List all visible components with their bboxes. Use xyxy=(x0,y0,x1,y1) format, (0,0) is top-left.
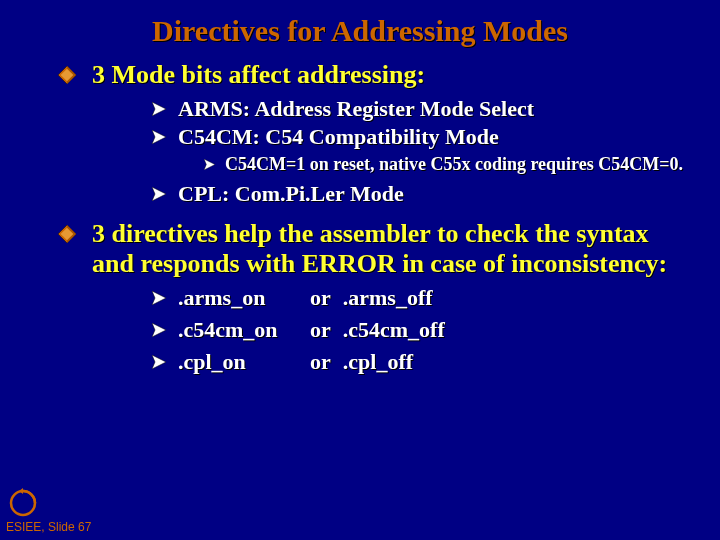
directive-row: .cpl_on or .cpl_off xyxy=(178,349,413,375)
directive-row: .arms_on or .arms_off xyxy=(178,285,433,311)
svg-marker-5 xyxy=(204,159,215,170)
bullet-l2: C54CM: C54 Compatibility Mode xyxy=(152,124,690,150)
directive-on: .arms_on xyxy=(178,285,298,311)
bullet-l2: .arms_on or .arms_off xyxy=(152,285,690,311)
svg-marker-11 xyxy=(152,323,166,337)
svg-marker-4 xyxy=(152,130,166,144)
directive-row: .c54cm_on or .c54cm_off xyxy=(178,317,445,343)
svg-marker-12 xyxy=(152,355,166,369)
diamond-bullet-icon xyxy=(58,66,76,84)
svg-marker-6 xyxy=(152,187,166,201)
sub-list-directives: .arms_on or .arms_off .c54cm_on or .c54c… xyxy=(152,285,690,375)
arrow-bullet-icon xyxy=(152,291,166,305)
svg-marker-14 xyxy=(19,488,23,494)
directive-off: .c54cm_off xyxy=(343,317,445,343)
sub-list-note: C54CM=1 on reset, native C55x coding req… xyxy=(204,154,690,176)
bullet-l2: CPL: Com.Pi.Ler Mode xyxy=(152,181,690,207)
slide-content: 3 Mode bits affect addressing: ARMS: Add… xyxy=(0,60,720,375)
sub-list-modes: ARMS: Address Register Mode Select C54CM… xyxy=(152,96,690,150)
arrow-bullet-icon xyxy=(152,355,166,369)
directive-on: .cpl_on xyxy=(178,349,298,375)
bullet-l1: 3 Mode bits affect addressing: xyxy=(58,60,690,90)
directive-off: .arms_off xyxy=(343,285,433,311)
arrow-bullet-icon xyxy=(152,187,166,201)
bullet-l1: 3 directives help the assembler to check… xyxy=(58,219,690,279)
directive-or: or xyxy=(310,317,331,343)
bullet-l1-text: 3 Mode bits affect addressing: xyxy=(92,60,425,90)
bullet-l2: ARMS: Address Register Mode Select xyxy=(152,96,690,122)
bullet-l3: C54CM=1 on reset, native C55x coding req… xyxy=(204,154,690,176)
bullet-l2-text: C54CM: C54 Compatibility Mode xyxy=(178,124,499,150)
bullet-l2: .cpl_on or .cpl_off xyxy=(152,349,690,375)
slide-title: Directives for Addressing Modes xyxy=(0,0,720,60)
directive-off: .cpl_off xyxy=(343,349,413,375)
arrow-bullet-icon xyxy=(152,323,166,337)
bullet-l2: .c54cm_on or .c54cm_off xyxy=(152,317,690,343)
bullet-l2-text: CPL: Com.Pi.Ler Mode xyxy=(178,181,404,207)
slide-footer: ESIEE, Slide 67 xyxy=(6,520,91,534)
svg-marker-3 xyxy=(152,102,166,116)
arrow-bullet-icon xyxy=(152,130,166,144)
directive-or: or xyxy=(310,285,331,311)
arrow-bullet-icon xyxy=(204,159,215,170)
bullet-l2-text: ARMS: Address Register Mode Select xyxy=(178,96,534,122)
return-logo-icon xyxy=(8,488,38,518)
directive-on: .c54cm_on xyxy=(178,317,298,343)
bullet-l3-text: C54CM=1 on reset, native C55x coding req… xyxy=(225,154,683,176)
diamond-bullet-icon xyxy=(58,225,76,243)
svg-marker-10 xyxy=(152,291,166,305)
bullet-l1-text: 3 directives help the assembler to check… xyxy=(92,219,690,279)
arrow-bullet-icon xyxy=(152,102,166,116)
directive-or: or xyxy=(310,349,331,375)
sub-list-cpl: CPL: Com.Pi.Ler Mode xyxy=(152,181,690,207)
